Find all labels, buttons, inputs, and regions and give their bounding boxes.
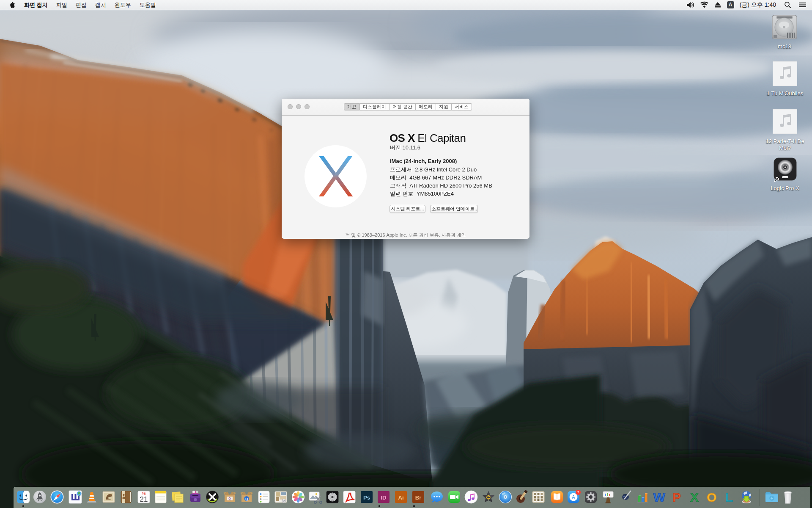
svg-text:Br: Br bbox=[415, 494, 421, 501]
svg-text:W: W bbox=[653, 490, 666, 504]
svg-text:O: O bbox=[707, 490, 716, 504]
svg-text:Q: Q bbox=[228, 497, 231, 500]
svg-text:Ps: Ps bbox=[363, 494, 370, 501]
svg-text:P: P bbox=[672, 490, 681, 504]
svg-text:21: 21 bbox=[140, 495, 148, 503]
svg-text:A: A bbox=[572, 494, 575, 500]
svg-text:2월: 2월 bbox=[142, 492, 146, 495]
svg-text:7: 7 bbox=[577, 490, 579, 494]
svg-text:X: X bbox=[690, 490, 699, 504]
svg-text:3D: 3D bbox=[282, 500, 285, 502]
svg-text:L: L bbox=[725, 490, 733, 504]
svg-text:ID: ID bbox=[381, 494, 387, 501]
svg-text:Ai: Ai bbox=[398, 494, 404, 501]
svg-text:Q: Q bbox=[245, 497, 248, 501]
